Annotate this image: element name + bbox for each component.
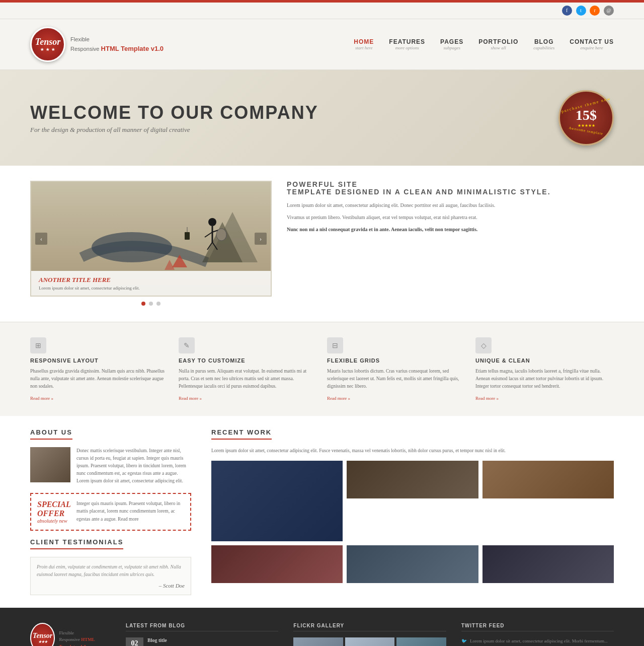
twitter-bird-icon: 🐦 — [461, 638, 467, 643]
social-bar: f t r @ — [0, 3, 644, 19]
special-offer-box: SPECIAL OFFER absolutely new Integer qui… — [30, 493, 191, 531]
hero-title: WELCOME TO OUR COMPANY — [30, 102, 318, 123]
lower-section: ABOUT US Donec mattis scelerisque vestib… — [0, 416, 644, 608]
logo-badge[interactable]: Tensor ★ ★ ★ — [30, 27, 65, 62]
email-icon[interactable]: @ — [604, 6, 614, 16]
unique-icon: ◇ — [475, 337, 492, 353]
logo-tagline: Flexible Responsive HTML Template v1.0 — [70, 35, 164, 53]
price-stars: ★★★★★ — [578, 123, 595, 128]
feature-unique: ◇ UNIQUE & CLEAN Etiam tellus magna, iac… — [475, 337, 614, 401]
feature-customize: ✎ EASY TO CUSTOMIZE Nulla in purus sem. … — [179, 337, 317, 401]
right-panel-title: POWERFUL SITE TEMPLATE DESIGNED IN A CLE… — [287, 181, 614, 196]
hero-banner: WELCOME TO OUR COMPANY For the design & … — [0, 70, 644, 166]
flickr-thumb-2[interactable] — [345, 637, 394, 646]
hero-text: WELCOME TO OUR COMPANY For the design & … — [30, 102, 318, 134]
nav-portfolio[interactable]: PORTFOLIO show all — [478, 38, 518, 50]
slider-image: ‹ › ANOTHER TITLE HERE Lorem ipsum dolor… — [31, 182, 271, 296]
read-more-3[interactable]: Read more — [475, 396, 499, 401]
feature-title-3: UNIQUE & CLEAN — [475, 357, 614, 364]
about-title: ABOUT US — [30, 428, 72, 440]
recent-work-grid — [211, 461, 614, 583]
recent-work-desc: Lorem ipsum dolor sit amet, consectetur … — [211, 447, 614, 455]
feature-text-2: Mauris luctus lobortis dictum. Cras vari… — [327, 368, 465, 391]
feature-title-2: FLEXIBLE GRIDS — [327, 357, 465, 364]
slider-caption-text: Lorem ipsum dolor sit amet, consectetur … — [39, 285, 263, 291]
read-more-0[interactable]: Read more — [30, 396, 53, 401]
recent-work-image-6[interactable] — [482, 545, 614, 583]
blog-date-0: 02 JUL — [126, 637, 143, 646]
special-offer-text: Integer quis mauris ipsum. Praesent volu… — [76, 500, 184, 523]
nav-features[interactable]: FEATURES more options — [389, 38, 425, 50]
recent-work-image-4[interactable] — [211, 545, 343, 583]
read-more-2[interactable]: Read more — [327, 396, 350, 401]
special-offer-label: SPECIAL OFFER — [37, 500, 70, 518]
client-testimonial-box: Proin dui enim, vulputate ut condimentum… — [30, 557, 191, 595]
price-number: 15$ — [576, 108, 597, 122]
main-nav: HOME start here FEATURES more options PA… — [354, 38, 614, 50]
logo-area: Tensor ★ ★ ★ Flexible Responsive HTML Te… — [30, 27, 164, 62]
about-image — [30, 447, 70, 482]
client-signature: – Scott Doe — [37, 583, 185, 589]
slider-box: ‹ › ANOTHER TITLE HERE Lorem ipsum dolor… — [30, 181, 272, 297]
nav-pages[interactable]: PAGES subpages — [440, 38, 463, 50]
feature-title-1: EASY TO CUSTOMIZE — [179, 357, 317, 364]
feature-text-0: Phasellus gravida gravida dignissim. Nul… — [30, 368, 169, 391]
footer-logo-badge: Tensor ★★★ — [30, 623, 55, 646]
recent-work-title: RECENT WORK — [211, 428, 272, 440]
recent-work-image-1[interactable] — [211, 461, 343, 541]
nav-contact[interactable]: CONTACT US enquire here — [570, 38, 614, 50]
header: Tensor ★ ★ ★ Flexible Responsive HTML Te… — [0, 19, 644, 70]
slider-dot-3[interactable] — [156, 302, 160, 306]
flickr-thumb-1[interactable] — [293, 637, 343, 646]
customize-icon: ✎ — [179, 337, 195, 353]
footer-logo-tagline: Flexible Responsive HTML Template v1.0 — [59, 630, 111, 646]
right-panel-para2: Vivamus ut pretium libero. Vestibulum al… — [287, 213, 614, 222]
slider-dot-2[interactable] — [149, 302, 153, 306]
feature-title-0: RESPONSIVE LAYOUT — [30, 357, 169, 364]
special-offer-label-area: SPECIAL OFFER absolutely new — [37, 500, 70, 524]
nav-home[interactable]: HOME start here — [354, 38, 374, 50]
price-badge[interactable]: purchase theme now 15$ ★★★★★ Awesome tem… — [558, 90, 614, 146]
rss-icon[interactable]: r — [590, 6, 600, 16]
footer-twitter-title: TWITTER FEED — [461, 623, 614, 631]
recent-work-column: RECENT WORK Lorem ipsum dolor sit amet, … — [211, 428, 614, 595]
hero-subtitle: For the design & production of all manne… — [30, 126, 318, 134]
footer-blog-title: LATEST FROM BLOG — [126, 623, 278, 631]
feature-grids: ⊟ FLEXIBLE GRIDS Mauris luctus lobortis … — [327, 337, 465, 401]
grids-icon: ⊟ — [327, 337, 343, 353]
slider-caption-title: ANOTHER TITLE HERE — [39, 276, 263, 284]
slider-arrow-right[interactable]: › — [255, 233, 267, 245]
feature-text-1: Nulla in purus sem. Aliquam erat volutpa… — [179, 368, 317, 391]
twitter-icon[interactable]: t — [576, 6, 586, 16]
slider-caption: ANOTHER TITLE HERE Lorem ipsum dolor sit… — [31, 271, 271, 296]
footer-logo-col: Tensor ★★★ Flexible Responsive HTML Temp… — [30, 623, 111, 646]
slider-arrow-left[interactable]: ‹ — [35, 233, 47, 245]
read-more-1[interactable]: Read more — [179, 396, 202, 401]
svg-point-10 — [216, 229, 226, 241]
features-row: ⊞ RESPONSIVE LAYOUT Phasellus gravida gr… — [0, 322, 644, 416]
recent-work-image-5[interactable] — [347, 545, 478, 583]
flickr-grid — [293, 637, 446, 646]
blog-title-0[interactable]: Blog title — [147, 637, 278, 643]
facebook-icon[interactable]: f — [562, 6, 572, 16]
about-box: Donec mattis scelerisque vestibulum. Int… — [30, 447, 191, 485]
client-quote: Proin dui enim, vulputate ut condimentum… — [37, 563, 185, 579]
flickr-thumb-3[interactable] — [396, 637, 446, 646]
feature-text-3: Etiam tellus magna, iaculis lobortis lao… — [475, 368, 614, 391]
svg-rect-13 — [185, 232, 190, 240]
slider-dots — [30, 301, 272, 307]
recent-work-image-3[interactable] — [482, 461, 614, 498]
footer-flickr-col: FLICKR GALLERY — [293, 623, 446, 646]
about-column: ABOUT US Donec mattis scelerisque vestib… — [30, 428, 191, 595]
nav-blog[interactable]: BLOG capabilities — [533, 38, 554, 50]
feature-responsive: ⊞ RESPONSIVE LAYOUT Phasellus gravida gr… — [30, 337, 169, 401]
main-content: ‹ › ANOTHER TITLE HERE Lorem ipsum dolor… — [0, 166, 644, 322]
special-offer-sub: absolutely new — [37, 518, 70, 524]
footer-flickr-title: FLICKR GALLERY — [293, 623, 446, 631]
right-panel-para3: Nunc non mi a nisl consequat gravida et … — [287, 226, 614, 234]
slider-area: ‹ › ANOTHER TITLE HERE Lorem ipsum dolor… — [30, 181, 272, 307]
logo-name: Tensor — [35, 37, 60, 47]
slider-dot-1[interactable] — [141, 302, 145, 306]
recent-work-image-2[interactable] — [347, 461, 478, 498]
about-text: Donec mattis scelerisque vestibulum. Int… — [76, 447, 191, 485]
